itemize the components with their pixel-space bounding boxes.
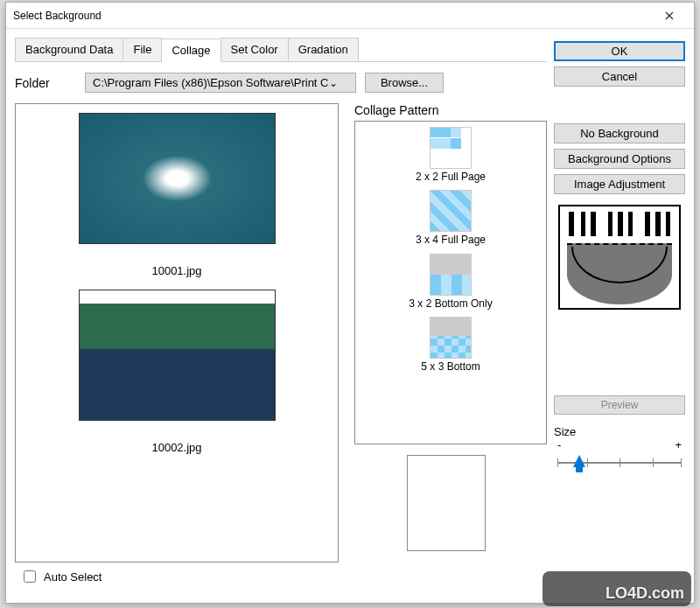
list-item[interactable]: 10001.jpg xyxy=(24,113,329,277)
main-row: 10001.jpg 10002.jpg Auto Select Collage … xyxy=(15,103,547,594)
no-background-button[interactable]: No Background xyxy=(554,123,685,143)
thumbnail-filename: 10002.jpg xyxy=(24,441,329,454)
image-adjustment-button[interactable]: Image Adjustment xyxy=(554,174,685,194)
folder-row: Folder C:\Program Files (x86)\Epson Soft… xyxy=(15,73,547,93)
pattern-name: 3 x 4 Full Page xyxy=(357,234,544,246)
background-options-button[interactable]: Background Options xyxy=(554,149,685,169)
preview-button[interactable]: Preview xyxy=(554,395,685,415)
tab-strip: Background Data File Collage Set Color G… xyxy=(15,38,547,62)
collage-pattern-list[interactable]: 2 x 2 Full Page 3 x 4 Full Page 3 x 2 Bo… xyxy=(354,121,547,444)
pattern-swatch-icon xyxy=(430,317,472,359)
cd-preview-graphic xyxy=(558,205,681,310)
size-minus-label: - xyxy=(557,438,561,451)
thumbnail-list[interactable]: 10001.jpg 10002.jpg xyxy=(15,103,339,563)
size-slider[interactable] xyxy=(554,453,685,474)
collage-pattern-column: Collage Pattern 2 x 2 Full Page 3 x 4 Fu… xyxy=(354,103,547,594)
pattern-swatch-icon xyxy=(430,190,472,232)
list-item[interactable]: 5 x 3 Bottom xyxy=(357,317,544,373)
dialog-content: Background Data File Collage Set Color G… xyxy=(6,29,694,603)
browse-button[interactable]: Browse... xyxy=(365,73,444,93)
window-title: Select Background xyxy=(13,10,652,22)
slider-thumb-icon xyxy=(573,455,585,467)
list-item[interactable]: 3 x 4 Full Page xyxy=(357,190,544,246)
thumbnail-image xyxy=(79,290,276,421)
ok-button[interactable]: OK xyxy=(554,41,685,61)
folder-dropdown[interactable]: C:\Program Files (x86)\Epson Software\Pr… xyxy=(85,73,356,93)
list-item[interactable]: 10002.jpg xyxy=(24,290,329,454)
left-pane: Background Data File Collage Set Color G… xyxy=(15,38,547,594)
cancel-button[interactable]: Cancel xyxy=(554,66,685,87)
size-block: Size - + xyxy=(554,425,685,474)
collage-pattern-label: Collage Pattern xyxy=(354,103,547,117)
pattern-name: 2 x 2 Full Page xyxy=(357,171,544,183)
auto-select-label: Auto Select xyxy=(44,570,102,584)
thumbnail-image xyxy=(79,113,276,244)
folder-label: Folder xyxy=(15,76,76,90)
auto-select-checkbox[interactable] xyxy=(24,570,36,583)
right-pane: OK Cancel No Background Background Optio… xyxy=(554,38,685,594)
list-item[interactable]: 3 x 2 Bottom Only xyxy=(357,254,544,310)
size-plus-label: + xyxy=(675,438,682,451)
size-label: Size xyxy=(554,425,685,438)
pattern-swatch-icon xyxy=(430,254,472,296)
thumbnail-filename: 10001.jpg xyxy=(24,264,329,277)
list-item[interactable]: 2 x 2 Full Page xyxy=(357,127,544,183)
close-icon xyxy=(665,11,674,20)
auto-select-row: Auto Select xyxy=(20,568,339,585)
pattern-name: 3 x 2 Bottom Only xyxy=(357,297,544,310)
tab-gradation[interactable]: Gradation xyxy=(288,38,359,61)
titlebar: Select Background xyxy=(6,3,694,29)
select-background-dialog: Select Background Background Data File C… xyxy=(5,2,695,604)
folder-path-value: C:\Program Files (x86)\Epson Software\Pr… xyxy=(93,76,329,89)
pattern-swatch-icon xyxy=(430,127,472,169)
tab-background-data[interactable]: Background Data xyxy=(15,38,123,61)
close-button[interactable] xyxy=(652,3,687,28)
tab-file[interactable]: File xyxy=(122,38,162,61)
pattern-preview-box xyxy=(407,455,486,551)
tab-collage[interactable]: Collage xyxy=(161,38,220,62)
tab-set-color[interactable]: Set Color xyxy=(220,38,289,61)
pattern-name: 5 x 3 Bottom xyxy=(357,360,544,373)
